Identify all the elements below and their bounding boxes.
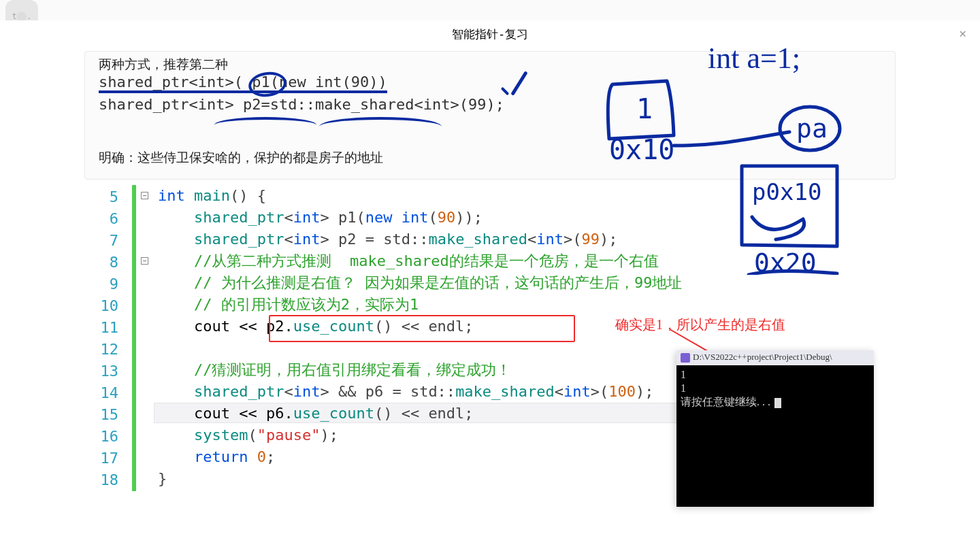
code-line: cout << p6.use_count() << endl; bbox=[158, 403, 474, 424]
code-line: int main() { bbox=[158, 185, 266, 207]
code-line: // 为什么推测是右值？ 因为如果是左值的话，这句话的产生后，99地址 bbox=[158, 272, 682, 294]
annotation-box bbox=[269, 315, 575, 342]
avatar-label: t... bbox=[12, 12, 32, 21]
code-line: //从第二种方式推测 make_shared的结果是一个危房，是一个右值 bbox=[158, 250, 659, 272]
line-number: 10 bbox=[101, 295, 119, 317]
console-line: 1 bbox=[681, 368, 870, 382]
code-line: shared_ptr<int> p1(new int(90)); bbox=[158, 207, 483, 229]
line-number: 18 bbox=[101, 469, 119, 491]
title-bar: 智能指针-复习 ✕ bbox=[0, 20, 980, 48]
line-number: 12 bbox=[101, 339, 119, 361]
change-bar bbox=[132, 185, 136, 491]
console-prompt: 请按任意键继续. . . bbox=[681, 395, 870, 409]
close-icon[interactable]: ✕ bbox=[959, 26, 966, 40]
ink-underline bbox=[319, 117, 442, 127]
note-line-2: shared_ptr<int> p2=std::make_shared<int>… bbox=[99, 96, 881, 113]
line-number: 11 bbox=[101, 317, 119, 339]
code-line bbox=[158, 337, 167, 359]
console-output: 1 1 请按任意键继续. . . bbox=[676, 365, 874, 412]
fold-icon[interactable]: − bbox=[141, 257, 148, 265]
line-number: 7 bbox=[110, 230, 118, 252]
line-number: 13 bbox=[101, 361, 119, 382]
console-titlebar: D:\VS2022c++project\Project1\Debug\ bbox=[676, 350, 874, 365]
console-line: 1 bbox=[681, 382, 870, 395]
line-number: 9 bbox=[110, 273, 118, 295]
note-line-1: shared_ptr<int>( p1(new int(90)) bbox=[99, 73, 881, 93]
code-line: shared_ptr<int> && p6 = std::make_shared… bbox=[158, 381, 654, 403]
code-line: } bbox=[158, 468, 167, 490]
fold-icon[interactable]: − bbox=[141, 192, 148, 199]
code-line: return 0; bbox=[158, 446, 275, 468]
line-number: 17 bbox=[101, 448, 119, 469]
code-line: // 的引用计数应该为2，实际为1 bbox=[158, 294, 419, 316]
line-number: 5 bbox=[110, 186, 118, 208]
note-intro: 两种方式，推荐第二种 bbox=[99, 56, 881, 73]
line-number: 15 bbox=[101, 404, 119, 426]
page-title: 智能指针-复习 bbox=[452, 27, 528, 42]
console-title: D:\VS2022c++project\Project1\Debug\ bbox=[693, 352, 832, 362]
note-comment: 明确：这些侍卫保安啥的，保护的都是房子的地址 bbox=[99, 149, 881, 167]
toolbar bbox=[0, 0, 980, 20]
console-window: D:\VS2022c++project\Project1\Debug\ 1 1 … bbox=[676, 350, 874, 507]
console-icon bbox=[681, 353, 690, 363]
ink-checkmark bbox=[500, 69, 527, 103]
code-line: //猜测证明，用右值引用绑定看看，绑定成功！ bbox=[158, 359, 511, 381]
line-number: 8 bbox=[110, 252, 118, 273]
code-line: shared_ptr<int> p2 = std::make_shared<in… bbox=[158, 229, 618, 250]
cursor-icon bbox=[774, 398, 781, 408]
ink-underline bbox=[214, 117, 316, 127]
code-line: system("pause"); bbox=[158, 424, 338, 446]
svg-text:p0x10: p0x10 bbox=[752, 178, 821, 205]
svg-text:0x20: 0x20 bbox=[754, 248, 817, 275]
line-number: 6 bbox=[110, 208, 118, 230]
note-box: 两种方式，推荐第二种 shared_ptr<int>( p1(new int(9… bbox=[84, 51, 896, 180]
line-number: 14 bbox=[101, 382, 119, 404]
line-number: 16 bbox=[101, 426, 119, 448]
